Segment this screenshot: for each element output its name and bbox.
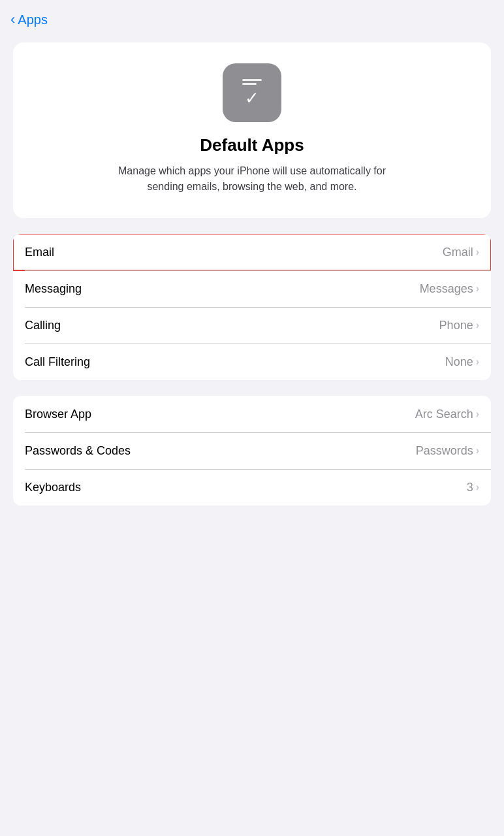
app-icon-inner: ✓ (242, 79, 262, 106)
back-button[interactable]: ‹ Apps (10, 12, 48, 28)
settings-row-messaging[interactable]: MessagingMessages› (13, 270, 491, 307)
chevron-right-icon: › (476, 319, 479, 331)
row-right-browser-app: Arc Search› (415, 408, 479, 421)
row-right-keyboards: 3› (467, 481, 479, 494)
chevron-right-icon: › (476, 445, 479, 457)
row-label-email: Email (25, 246, 54, 259)
row-right-passwords-codes: Passwords› (416, 444, 479, 458)
row-value-keyboards: 3 (467, 481, 473, 494)
icon-line-top (242, 79, 262, 81)
checkmark-icon: ✓ (245, 89, 259, 106)
settings-groups: EmailGmail›MessagingMessages›CallingPhon… (0, 234, 504, 506)
row-label-messaging: Messaging (25, 282, 82, 296)
icon-line-mid (242, 83, 257, 85)
row-value-messaging: Messages (420, 282, 473, 296)
hero-title: Default Apps (200, 135, 304, 155)
settings-row-email[interactable]: EmailGmail› (13, 234, 491, 270)
chevron-right-icon: › (476, 356, 479, 368)
row-right-email: Gmail› (443, 246, 479, 259)
row-right-calling: Phone› (439, 319, 479, 332)
hero-description: Manage which apps your iPhone will use a… (108, 163, 396, 195)
row-label-calling: Calling (25, 319, 61, 332)
row-value-calling: Phone (439, 319, 473, 332)
row-right-messaging: Messages› (420, 282, 479, 296)
settings-row-passwords-codes[interactable]: Passwords & CodesPasswords› (13, 432, 491, 469)
settings-group-communication: EmailGmail›MessagingMessages›CallingPhon… (13, 234, 491, 380)
settings-row-calling[interactable]: CallingPhone› (13, 307, 491, 344)
row-label-passwords-codes: Passwords & Codes (25, 444, 131, 458)
row-label-browser-app: Browser App (25, 408, 91, 421)
row-label-keyboards: Keyboards (25, 481, 81, 494)
icon-decoration (242, 79, 262, 85)
row-label-call-filtering: Call Filtering (25, 355, 90, 369)
settings-row-call-filtering[interactable]: Call FilteringNone› (13, 344, 491, 380)
chevron-right-icon: › (476, 246, 479, 258)
nav-bar: ‹ Apps (0, 0, 504, 35)
row-value-email: Gmail (443, 246, 473, 259)
app-icon: ✓ (223, 63, 281, 122)
settings-group-utilities: Browser AppArc Search›Passwords & CodesP… (13, 396, 491, 506)
row-value-passwords-codes: Passwords (416, 444, 473, 458)
chevron-right-icon: › (476, 408, 479, 420)
back-label: Apps (18, 12, 48, 27)
row-value-call-filtering: None (445, 355, 473, 369)
row-value-browser-app: Arc Search (415, 408, 473, 421)
row-right-call-filtering: None› (445, 355, 479, 369)
chevron-right-icon: › (476, 283, 479, 295)
chevron-right-icon: › (476, 481, 479, 493)
hero-card: ✓ Default Apps Manage which apps your iP… (13, 42, 491, 218)
chevron-left-icon: ‹ (10, 11, 15, 28)
settings-row-browser-app[interactable]: Browser AppArc Search› (13, 396, 491, 432)
settings-row-keyboards[interactable]: Keyboards3› (13, 469, 491, 506)
